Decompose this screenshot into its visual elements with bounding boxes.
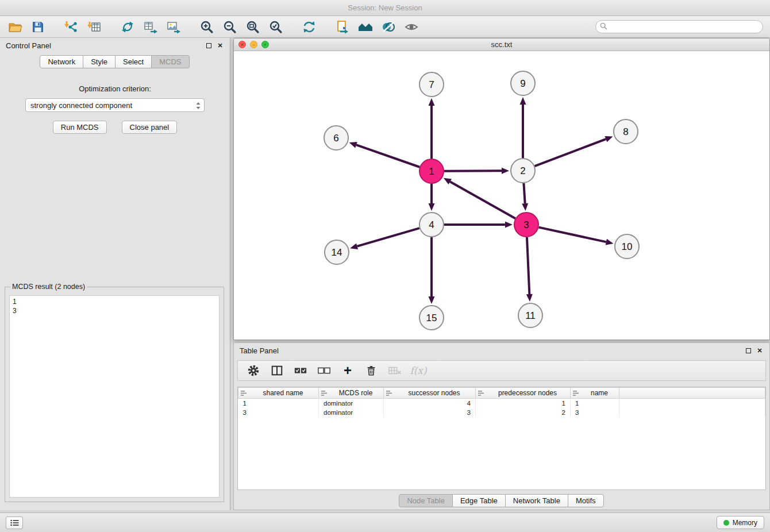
network-window-titlebar[interactable]: ✕ − + scc.txt [234,38,769,51]
table-cell[interactable]: 2 [476,408,571,417]
import-network-icon[interactable] [62,18,80,36]
column-header-successor-nodes[interactable]: successor nodes [384,388,476,399]
float-panel-icon[interactable] [205,41,213,49]
column-header-name[interactable]: name [571,388,619,399]
columns-icon[interactable] [270,363,284,378]
eye-icon[interactable] [402,18,421,36]
graph-node-6[interactable]: 6 [324,126,348,150]
close-panel-button[interactable]: Close panel [122,121,178,134]
table-cell[interactable]: 1 [476,399,571,408]
table-row[interactable]: 3dominator323 [238,408,765,417]
column-header-MCDS-role[interactable]: MCDS role [319,388,384,399]
graph-node-7[interactable]: 7 [419,72,444,97]
image-export-icon[interactable] [164,18,183,36]
table-panel-tabs: Node TableEdge TableNetwork TableMotifs [234,494,769,507]
close-panel-icon[interactable]: ✕ [216,41,224,49]
graph-node-14[interactable]: 14 [325,240,349,264]
graph-edge-3-10[interactable] [538,228,606,242]
table-cell[interactable]: 3 [571,408,619,417]
tab-mcds[interactable]: MCDS [151,55,189,68]
graph-node-3[interactable]: 3 [514,213,538,237]
graph-edge-3-1[interactable] [450,182,515,218]
search-input[interactable] [607,23,763,31]
svg-text:7: 7 [429,79,434,90]
table-cell[interactable]: 4 [384,399,476,408]
settings-gear-icon[interactable] [246,363,261,378]
graph-edge-1-6[interactable] [356,145,419,167]
graph-edge-2-3[interactable] [523,183,525,203]
control-panel: Control Panel ✕ NetworkStyleSelectMCDS O… [0,38,230,510]
table-row[interactable]: 1dominator411 [238,399,765,408]
network-canvas[interactable]: 7968124314101511 [234,51,769,340]
graph-edge-1-2[interactable] [444,171,502,171]
graph-edge-2-8[interactable] [535,139,606,166]
graph-node-10[interactable]: 10 [615,234,639,259]
save-session-icon[interactable] [29,18,47,36]
control-panel-title: Control Panel [6,41,51,50]
memory-button[interactable]: Memory [717,516,764,529]
tab-node-table[interactable]: Node Table [399,494,453,507]
graph-node-4[interactable]: 4 [419,213,444,237]
graphics-details-icon[interactable] [379,18,398,36]
search-field[interactable] [595,20,763,33]
search-icon [600,22,607,32]
graph-edge-arrow-icon [522,203,528,211]
home-icon[interactable] [356,18,375,36]
table-cell[interactable]: 1 [571,399,619,408]
graph-edge-arrow-icon [429,296,435,304]
add-row-icon[interactable]: + [340,363,355,378]
zoom-in-icon[interactable] [198,18,216,36]
tab-select[interactable]: Select [115,55,152,68]
graph-node-1[interactable]: 1 [419,159,444,183]
table-cell[interactable]: 3 [384,408,476,417]
refresh-view-icon[interactable] [300,18,318,36]
table-cell[interactable]: 1 [238,399,319,408]
optimization-label: Optimization criterion: [0,84,230,93]
svg-text:10: 10 [622,241,633,252]
main-toolbar [0,16,770,38]
graph-node-15[interactable]: 15 [419,306,444,330]
graph-edge-4-14[interactable] [357,228,419,246]
column-header-predecessor-nodes[interactable]: predecessor nodes [476,388,571,399]
run-mcds-button[interactable]: Run MCDS [53,121,107,134]
export-network-icon[interactable] [333,18,352,36]
table-cell[interactable]: dominator [319,399,384,408]
close-table-panel-icon[interactable]: ✕ [756,346,764,354]
table-cell[interactable]: 3 [238,408,319,417]
network-share-icon[interactable] [118,18,137,36]
zoom-fit-icon[interactable] [244,18,262,36]
graph-edge-3-11[interactable] [527,237,529,294]
table-cell[interactable]: dominator [319,408,384,417]
tab-edge-table[interactable]: Edge Table [452,494,506,507]
status-bar: Memory [0,512,770,532]
column-header-shared-name[interactable]: shared name [238,388,319,399]
close-icon[interactable]: ✕ [238,41,246,48]
tab-style[interactable]: Style [83,55,116,68]
deselect-all-icon[interactable] [317,363,332,378]
select-all-icon[interactable] [293,363,308,378]
graph-node-2[interactable]: 2 [511,159,535,183]
graph-node-8[interactable]: 8 [614,119,638,144]
memory-label: Memory [733,519,757,527]
network-table-icon[interactable] [141,18,160,36]
zoom-icon[interactable]: + [261,41,269,48]
delete-row-icon[interactable] [364,363,379,378]
list-menu-button[interactable] [6,516,23,529]
graph-node-9[interactable]: 9 [511,71,535,95]
window-titlebar[interactable]: Session: New Session [0,0,770,16]
tab-motifs[interactable]: Motifs [568,494,604,507]
zoom-out-icon[interactable] [221,18,239,36]
import-table-icon[interactable] [85,18,103,36]
open-session-icon[interactable] [6,18,24,36]
graph-node-11[interactable]: 11 [518,303,542,327]
mcds-result-list[interactable]: 13 [9,295,220,498]
tab-network[interactable]: Network [40,55,83,68]
node-table[interactable]: shared nameMCDS rolesuccessor nodesprede… [237,387,766,490]
zoom-selected-icon[interactable] [267,18,285,36]
table-header-row: shared nameMCDS rolesuccessor nodesprede… [238,388,765,399]
tab-network-table[interactable]: Network Table [505,494,568,507]
float-table-panel-icon[interactable] [744,346,752,354]
minimize-icon[interactable]: − [250,41,257,48]
optimization-select[interactable]: strongly connected component [25,98,205,112]
optimization-select-value: strongly connected component [30,101,132,110]
